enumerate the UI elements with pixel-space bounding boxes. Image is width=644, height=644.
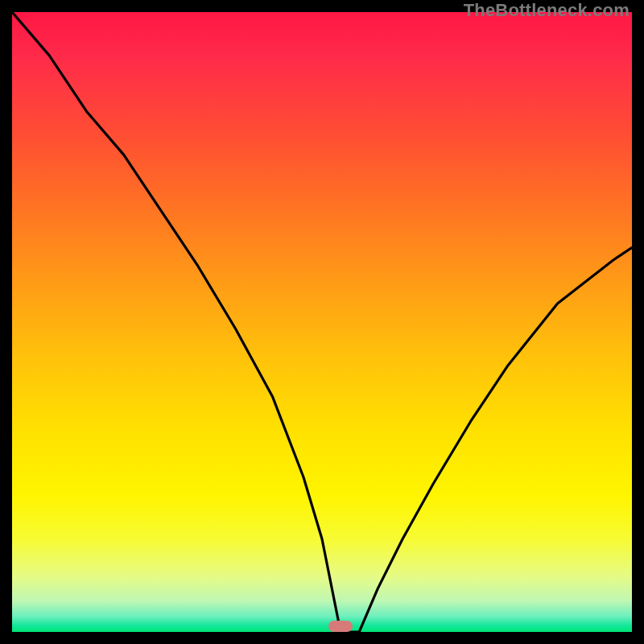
optimum-marker <box>328 621 353 632</box>
bottleneck-curve <box>12 12 632 632</box>
chart-frame: TheBottleneck.com <box>0 0 644 644</box>
plot-area <box>12 12 632 632</box>
curve-path <box>12 12 632 632</box>
watermark-text: TheBottleneck.com <box>464 0 630 21</box>
